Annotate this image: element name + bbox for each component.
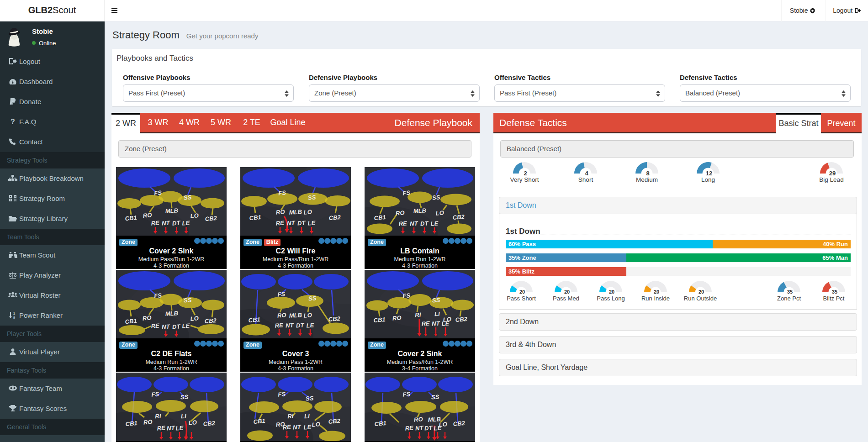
svg-text:LO: LO — [303, 311, 312, 319]
svg-text:LE: LE — [306, 322, 314, 329]
svg-text:RO: RO — [413, 416, 423, 423]
svg-text:RE: RE — [421, 320, 430, 327]
svg-text:FS: FS — [278, 189, 286, 197]
svg-text:SS: SS — [308, 194, 317, 201]
svg-text:SS: SS — [432, 194, 441, 201]
svg-text:SS: SS — [306, 395, 314, 402]
svg-text:RE: RE — [151, 219, 159, 226]
svg-text:RE: RE — [405, 424, 413, 431]
svg-text:RO: RO — [142, 314, 152, 322]
svg-text:FS: FS — [402, 292, 410, 300]
svg-text:29: 29 — [829, 170, 836, 176]
svg-text:20: 20 — [654, 289, 659, 295]
svg-text:CB2: CB2 — [204, 317, 217, 325]
svg-text:CB2: CB2 — [452, 213, 465, 221]
svg-text:9: 9 — [13, 316, 16, 319]
svg-text:NT: NT — [287, 220, 296, 227]
svg-text:SS: SS — [308, 295, 317, 302]
svg-text:CB2: CB2 — [205, 215, 217, 222]
svg-text:SS: SS — [432, 296, 441, 304]
svg-text:NT: NT — [415, 425, 424, 432]
svg-text:SS: SS — [180, 393, 189, 400]
svg-text:FS: FS — [277, 290, 285, 298]
svg-text:4: 4 — [585, 170, 588, 176]
svg-text:RI: RI — [287, 413, 294, 420]
svg-text:MLB: MLB — [413, 207, 426, 214]
svg-text:LE: LE — [434, 425, 442, 432]
svg-text:35: 35 — [832, 289, 837, 295]
svg-text:NT: NT — [410, 220, 418, 227]
svg-text:CB1: CB1 — [373, 316, 386, 324]
svg-text:DT: DT — [172, 219, 181, 227]
svg-text:8: 8 — [646, 170, 649, 176]
svg-text:NT: NT — [167, 425, 175, 432]
svg-text:CB2: CB2 — [328, 315, 341, 323]
svg-text:NT: NT — [293, 424, 302, 431]
svg-text:RE: RE — [151, 322, 159, 329]
svg-text:LO: LO — [435, 209, 444, 216]
svg-text:LO: LO — [312, 421, 320, 428]
svg-text:LE: LE — [307, 220, 316, 227]
svg-text:LE: LE — [182, 322, 190, 330]
svg-text:LI: LI — [434, 310, 440, 318]
svg-text:NT: NT — [162, 323, 170, 331]
svg-text:FS: FS — [153, 292, 162, 300]
svg-text:FS: FS — [402, 189, 410, 197]
svg-text:CB1: CB1 — [374, 420, 386, 427]
svg-text:DT: DT — [297, 219, 306, 226]
svg-text:LE: LE — [303, 424, 312, 431]
svg-text:SS: SS — [184, 194, 192, 201]
svg-text:DT: DT — [172, 323, 181, 331]
svg-text:RE: RE — [157, 424, 165, 431]
svg-text:NT: NT — [286, 322, 294, 329]
svg-text:20: 20 — [699, 289, 704, 295]
svg-text:RO: RO — [143, 211, 152, 219]
svg-text:CB1: CB1 — [125, 420, 138, 427]
svg-text:LE: LE — [430, 220, 439, 227]
svg-text:CB1: CB1 — [125, 317, 137, 325]
svg-text:NT: NT — [162, 220, 170, 227]
svg-text:RE: RE — [275, 321, 283, 329]
svg-text:LO: LO — [190, 315, 199, 322]
svg-text:2: 2 — [524, 170, 527, 176]
svg-text:CB1: CB1 — [248, 316, 260, 324]
svg-text:RO: RO — [392, 314, 402, 322]
svg-text:CB1: CB1 — [249, 214, 261, 221]
svg-text:CB2: CB2 — [328, 417, 341, 425]
svg-text:20: 20 — [519, 289, 525, 295]
svg-text:FS: FS — [278, 390, 286, 398]
svg-text:CB1: CB1 — [374, 214, 386, 221]
svg-text:LI: LI — [181, 413, 187, 420]
svg-text:SS: SS — [431, 393, 440, 400]
svg-text:CB2: CB2 — [203, 420, 216, 427]
svg-text:CB1: CB1 — [253, 417, 265, 425]
svg-text:DT: DT — [296, 321, 305, 329]
svg-text:MLB: MLB — [165, 310, 178, 317]
svg-text:RE: RE — [398, 220, 407, 227]
svg-text:20: 20 — [564, 289, 570, 295]
svg-text:RO: RO — [275, 208, 285, 216]
svg-text:FS: FS — [151, 390, 159, 398]
svg-text:SS: SS — [184, 296, 192, 304]
svg-text:CB2: CB2 — [328, 214, 341, 221]
svg-text:DT: DT — [424, 424, 433, 431]
svg-text:MLB: MLB — [289, 311, 302, 319]
svg-text:CB2: CB2 — [455, 316, 468, 323]
svg-text:NT: NT — [432, 320, 440, 327]
svg-text:RE: RE — [275, 219, 284, 226]
svg-text:LO: LO — [188, 419, 197, 426]
svg-text:35: 35 — [787, 289, 793, 295]
svg-text:RE: RE — [282, 423, 291, 431]
svg-text:RO: RO — [395, 209, 405, 217]
svg-text:12: 12 — [706, 170, 712, 176]
svg-text:MLB: MLB — [165, 207, 178, 214]
svg-text:DT: DT — [420, 220, 429, 227]
svg-text:RO: RO — [277, 311, 286, 319]
svg-text:FS: FS — [153, 189, 162, 197]
svg-text:?: ? — [11, 118, 15, 125]
svg-text:LE: LE — [182, 220, 190, 227]
svg-text:LO: LO — [303, 208, 312, 216]
svg-text:RI: RI — [155, 413, 161, 420]
svg-text:LI: LI — [304, 413, 310, 420]
svg-text:CB1: CB1 — [125, 214, 137, 222]
